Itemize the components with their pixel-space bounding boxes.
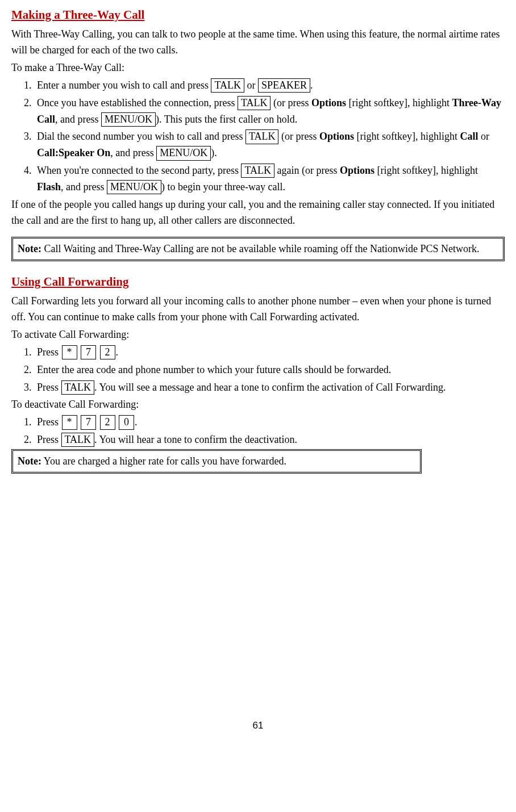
text: ) to begin your three-way call. — [161, 181, 285, 192]
text: . You will see a message and hear a tone… — [94, 382, 446, 393]
key-speaker: SPEAKER — [258, 78, 310, 93]
text: ). This puts the first caller on hold. — [156, 114, 297, 125]
note-box-2: Note: You are charged a higher rate for … — [11, 449, 422, 474]
lead-text-1: To make a Three-Way Call: — [11, 60, 505, 76]
text: (or press — [278, 131, 319, 142]
text: (or press — [271, 97, 311, 108]
text: Press — [37, 382, 61, 393]
outro-text-1: If one of the people you called hangs up… — [11, 196, 505, 229]
key-menuok: MENU/OK — [101, 112, 156, 127]
step-a-2: Enter the area code and phone number to … — [34, 362, 505, 378]
key-menuok: MENU/OK — [107, 180, 161, 194]
key-talk: TALK — [241, 164, 274, 178]
bold-options: Options — [311, 97, 346, 108]
key-2: 2 — [100, 415, 115, 429]
step-d-2: Press TALK. You will hear a tone to conf… — [34, 432, 505, 448]
key-7: 7 — [81, 345, 96, 359]
text: Press — [37, 416, 61, 428]
lead-text-2b: To deactivate Call Forwarding: — [11, 396, 505, 413]
key-menuok: MENU/OK — [156, 146, 211, 160]
step-1-4: When you're connected to the second part… — [34, 162, 505, 195]
bold-call: Call — [460, 131, 478, 142]
note-text: Call Waiting and Three-Way Calling are n… — [41, 243, 479, 254]
key-2: 2 — [100, 345, 115, 359]
text: or — [244, 79, 258, 91]
section-heading-1: Making a Three-Way Call — [11, 6, 505, 25]
step-1-2: Once you have established the connection… — [34, 95, 505, 128]
steps-list-1: Enter a number you wish to call and pres… — [11, 77, 505, 195]
key-talk: TALK — [245, 129, 279, 144]
text: , and press — [110, 147, 156, 158]
note-text: You are charged a higher rate for calls … — [41, 455, 286, 467]
key-talk: TALK — [211, 78, 244, 93]
bold-options: Options — [340, 165, 374, 176]
bold-flash: Flash — [37, 181, 61, 192]
text: Press — [37, 346, 61, 358]
text: , and press — [61, 181, 107, 192]
key-talk: TALK — [238, 96, 271, 110]
step-a-3: Press TALK. You will see a message and h… — [34, 379, 505, 396]
note-box-1: Note: Call Waiting and Three-Way Calling… — [11, 237, 505, 261]
key-star: * — [62, 345, 77, 359]
note-label: Note: — [18, 455, 41, 467]
page-number: 61 — [11, 718, 505, 733]
text: . — [135, 416, 138, 428]
text: When you're connected to the second part… — [37, 165, 241, 176]
step-d-1: Press * 7 2 0 . — [34, 414, 505, 430]
text: Enter a number you wish to call and pres… — [37, 79, 211, 91]
text: . — [116, 346, 119, 358]
key-0: 0 — [119, 415, 134, 429]
text: . You will hear a tone to confirm the de… — [94, 434, 297, 445]
key-star: * — [62, 415, 77, 429]
step-1-3: Dial the second number you wish to call … — [34, 128, 505, 161]
key-talk: TALK — [61, 380, 95, 395]
text: ). — [211, 147, 217, 158]
text: Once you have established the connection… — [37, 97, 238, 108]
lead-text-2a: To activate Call Forwarding: — [11, 327, 505, 343]
key-talk: TALK — [61, 433, 95, 447]
text: , and press — [55, 114, 101, 125]
text: [right softkey], highlight — [374, 165, 478, 176]
text: or — [478, 131, 489, 142]
steps-list-deactivate: Press * 7 2 0 . Press TALK. You will hea… — [11, 414, 505, 448]
step-1-1: Enter a number you wish to call and pres… — [34, 77, 505, 94]
key-7: 7 — [81, 415, 96, 429]
step-a-1: Press * 7 2 . — [34, 344, 505, 361]
text: [right softkey], highlight — [346, 97, 452, 108]
text: again (or press — [274, 165, 340, 176]
text: Dial the second number you wish to call … — [37, 131, 245, 142]
intro-text-1: With Three-Way Calling, you can talk to … — [11, 26, 505, 59]
text: Press — [37, 434, 61, 445]
text: [right softkey], highlight — [354, 131, 460, 142]
section-heading-2: Using Call Forwarding — [11, 273, 505, 292]
bold-callspeaker: Call:Speaker On — [37, 147, 110, 158]
text: . — [310, 79, 313, 91]
intro-text-2: Call Forwarding lets you forward all you… — [11, 293, 505, 326]
bold-options: Options — [319, 131, 354, 142]
steps-list-activate: Press * 7 2 . Enter the area code and ph… — [11, 344, 505, 395]
note-label: Note: — [18, 243, 41, 254]
